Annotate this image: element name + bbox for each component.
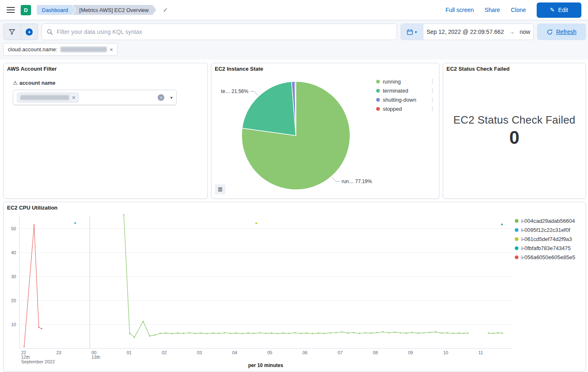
- panel-title: EC2 CPU Utilization: [7, 205, 58, 211]
- legend-toggle-button[interactable]: ≣: [215, 184, 226, 194]
- series-point-i-004cad29adab56604: [458, 333, 460, 334]
- pencil-icon: ✎: [550, 7, 555, 13]
- filter-funnel-icon: [9, 29, 15, 35]
- refresh-button[interactable]: Refresh: [537, 24, 586, 40]
- x-tick-label: 09: [408, 350, 413, 355]
- clear-selection-button[interactable]: ×: [158, 94, 164, 101]
- chevron-down-icon: ▾: [415, 30, 417, 34]
- legend-label: running: [383, 79, 401, 85]
- metric-visualization: EC2 Status Check Failed 0: [443, 63, 586, 198]
- y-tick-label: 10: [11, 322, 16, 327]
- legend-item[interactable]: i-0095f12c22c31ef0f: [515, 225, 584, 234]
- series-point-i-004cad29adab56604: [265, 333, 266, 334]
- space-badge[interactable]: D: [21, 5, 31, 15]
- chevron-down-icon[interactable]: ▾: [170, 95, 173, 100]
- legend-item[interactable]: shutting-down⋮: [376, 95, 435, 104]
- series-point-i-004cad29adab56604: [497, 332, 499, 334]
- legend-item[interactable]: running⋮: [376, 77, 435, 86]
- legend-item-menu-icon[interactable]: ⋮: [430, 79, 435, 84]
- panel-ec2-instance-state: EC2 Instance State run… 77.19%te… 21.56%…: [211, 63, 439, 199]
- legend-item[interactable]: i-061cd5def74d2f9a3: [515, 234, 584, 243]
- remove-selection-icon[interactable]: ×: [72, 95, 75, 100]
- series-point-i-004cad29adab56604: [371, 333, 372, 334]
- series-point-i-004cad29adab56604: [377, 332, 378, 333]
- query-menu-group: +: [3, 24, 38, 40]
- calendar-icon: [407, 29, 413, 35]
- legend-dot: [515, 237, 518, 241]
- series-point-i-004cad29adab56604: [177, 333, 178, 334]
- filter-pill[interactable]: cloud.account.name: ×: [3, 43, 118, 56]
- legend-item-menu-icon[interactable]: ⋮: [430, 97, 435, 103]
- series-point-i-004cad29adab56604: [347, 333, 348, 334]
- add-control-button[interactable]: +: [21, 24, 38, 40]
- pie-callout-line: [250, 91, 258, 95]
- legend-item[interactable]: stopped⋮: [376, 104, 435, 113]
- legend-dot: [376, 89, 380, 93]
- account-name-label-row: ⚠ account name: [13, 80, 55, 86]
- series-point-i-004cad29adab56604: [418, 333, 419, 334]
- legend-label: i-004cad29adab56604: [521, 218, 575, 224]
- remove-filter-icon[interactable]: ×: [110, 47, 113, 52]
- series-point-i-004cad29adab56604: [294, 332, 295, 334]
- filter-pill-value-redacted: [60, 47, 107, 52]
- series-point-i-056a6050e605e85e5: [24, 346, 25, 347]
- filter-set-button[interactable]: [4, 24, 21, 40]
- edit-button[interactable]: ✎ Edit: [537, 2, 581, 18]
- legend-item-menu-icon[interactable]: ⋮: [430, 106, 435, 112]
- clone-link[interactable]: Clone: [511, 7, 526, 13]
- series-point-i-004cad29adab56604: [329, 332, 331, 334]
- series-point-i-004cad29adab56604: [277, 333, 278, 334]
- pie-callout-line: [332, 177, 340, 181]
- legend-dot: [376, 107, 380, 111]
- x-tick-label: 03: [197, 350, 202, 355]
- series-point-i-004cad29adab56604: [143, 321, 144, 322]
- series-point-i-004cad29adab56604: [283, 333, 284, 334]
- legend-item[interactable]: i-056a6050e605e85e5: [515, 253, 584, 262]
- legend-label: shutting-down: [383, 97, 416, 103]
- panel-title: AWS Account Filter: [7, 66, 57, 72]
- series-point-i-004cad29adab56604: [318, 333, 319, 334]
- time-start-button[interactable]: Sep 12, 2022 @ 22:09:57.662: [427, 29, 504, 35]
- menu-button[interactable]: [7, 7, 15, 13]
- series-point-i-004cad29adab56604: [171, 333, 173, 334]
- legend-dot: [376, 98, 380, 102]
- check-icon: ✓: [163, 6, 168, 14]
- pie-callout-label: run… 77.19%: [342, 179, 372, 184]
- x-tick-label: 04: [232, 350, 237, 355]
- date-quick-select-button[interactable]: ▾: [401, 24, 423, 40]
- kibana-dashboard: D Dashboard [Metrics AWS] EC2 Overview ✓…: [0, 0, 588, 372]
- x-tick-label: 11: [478, 350, 483, 355]
- breadcrumb-dashboard[interactable]: Dashboard: [37, 5, 76, 15]
- legend-item[interactable]: i-004cad29adab56604: [515, 216, 584, 225]
- series-point-i-004cad29adab56604: [429, 332, 430, 333]
- series-line-i-004cad29adab56604: [124, 215, 468, 337]
- series-point-i-004cad29adab56604: [206, 333, 208, 334]
- search-icon: [47, 29, 53, 35]
- full-screen-link[interactable]: Full screen: [446, 7, 474, 13]
- series-point-i-004cad29adab56604: [453, 333, 454, 334]
- series-point-i-004cad29adab56604: [435, 331, 436, 333]
- pie-callout-label: te… 21.56%: [221, 88, 248, 94]
- app-header: D Dashboard [Metrics AWS] EC2 Overview ✓…: [0, 0, 588, 20]
- series-point-i-004cad29adab56604: [247, 333, 249, 334]
- selected-account-pill: ×: [17, 93, 79, 103]
- series-point-i-004cad29adab56604: [353, 332, 354, 333]
- share-link[interactable]: Share: [485, 7, 500, 13]
- cpu-legend: i-004cad29adab56604i-0095f12c22c31ef0fi-…: [515, 216, 584, 262]
- series-line-i-004cad29adab56604: [488, 333, 502, 333]
- time-end-button[interactable]: now: [520, 29, 530, 35]
- legend-item[interactable]: terminated⋮: [376, 86, 435, 95]
- series-point-i-0095f12c22c31ef0f: [74, 222, 76, 224]
- legend-item-menu-icon[interactable]: ⋮: [430, 88, 435, 93]
- series-point-i-004cad29adab56604: [166, 333, 167, 334]
- account-name-combobox[interactable]: × × ▾: [13, 90, 177, 105]
- warning-icon: ⚠: [13, 80, 18, 86]
- pie-slice-terminated[interactable]: [242, 81, 296, 136]
- search-input[interactable]: [57, 29, 392, 35]
- panel-ec2-status-check: EC2 Status Check Failed EC2 Status Check…: [443, 63, 586, 199]
- series-point-i-004cad29adab56604: [195, 333, 196, 334]
- y-tick-label: 40: [11, 250, 16, 255]
- legend-item[interactable]: i-0fbfafb783e743475: [515, 243, 584, 253]
- series-point-i-004cad29adab56604: [365, 332, 366, 334]
- series-point-i-004cad29adab56604: [218, 333, 219, 334]
